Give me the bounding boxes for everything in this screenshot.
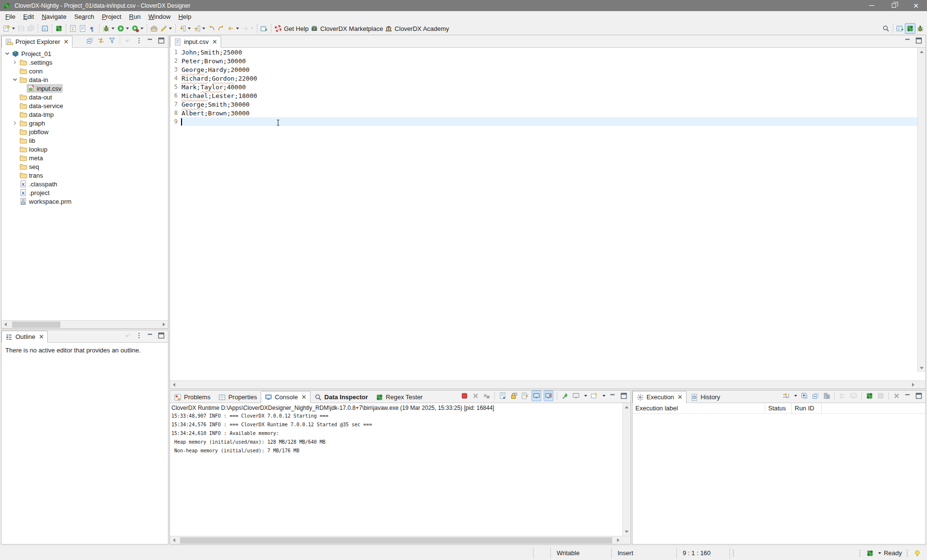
editor-hscrollbar[interactable]: [170, 380, 926, 389]
maximize-view-button[interactable]: [157, 35, 166, 46]
tree-item-meta[interactable]: meta: [1, 154, 168, 162]
menu-run[interactable]: Run: [125, 12, 144, 22]
window-restore-button[interactable]: [883, 0, 905, 11]
link-with-editor-doc-button[interactable]: [68, 23, 78, 34]
server-status-dropdown[interactable]: [878, 552, 881, 554]
tab-execution[interactable]: Execution✕: [632, 391, 687, 403]
show-stdout-button[interactable]: [532, 391, 541, 401]
close-icon[interactable]: ✕: [212, 39, 217, 45]
open-clipboard-button[interactable]: [149, 23, 159, 34]
get-help-button[interactable]: Get Help: [273, 23, 309, 34]
tree-item-seq[interactable]: seq: [1, 162, 168, 171]
window-minimize-button[interactable]: [860, 0, 883, 11]
word-wrap-button[interactable]: [520, 391, 529, 401]
show-stderr-button[interactable]: [544, 391, 553, 401]
maximize-view-button[interactable]: [157, 330, 166, 341]
editor-line[interactable]: 8Albert;Brown;30000: [170, 109, 926, 117]
tree-item-lib[interactable]: lib: [1, 136, 168, 145]
tab-project-explorer[interactable]: Project Explorer✕: [1, 36, 72, 48]
show-whitespace-button[interactable]: ¶: [87, 23, 97, 34]
maximize-view-button[interactable]: [619, 391, 628, 401]
open-graph-button[interactable]: [865, 391, 874, 401]
tab-problems[interactable]: Problems: [170, 391, 214, 403]
scroll-down-icon[interactable]: [623, 528, 631, 536]
close-icon[interactable]: ✕: [301, 394, 307, 400]
cloverdx-academy-button[interactable]: CloverDX Academy: [384, 23, 450, 34]
chevron-down-icon[interactable]: [11, 76, 19, 84]
maximize-view-button[interactable]: [914, 391, 923, 401]
tree-item-project-01[interactable]: Project_01: [1, 49, 168, 58]
window-close-button[interactable]: ✕: [905, 0, 927, 11]
editor-vscrollbar[interactable]: [917, 48, 926, 372]
run-profile-button[interactable]: [130, 23, 145, 34]
scroll-up-icon[interactable]: [623, 403, 631, 411]
expand-all-button[interactable]: [800, 391, 809, 401]
minimize-view-button[interactable]: [903, 391, 912, 401]
editor-line[interactable]: 4Richard;Gordon;22000: [170, 74, 926, 83]
tab-regex-tester[interactable]: Regex Tester: [372, 391, 426, 403]
chevron-down-icon[interactable]: [3, 50, 11, 57]
tab-data-inspector[interactable]: Data Inspector: [310, 391, 372, 403]
tree-item-workspace-prm[interactable]: workspace.prm: [1, 197, 168, 206]
collapse-all-button[interactable]: [85, 35, 94, 46]
project-explorer-hscrollbar[interactable]: [1, 320, 168, 328]
maximize-view-button[interactable]: [914, 35, 923, 46]
menu-help[interactable]: Help: [174, 12, 195, 22]
open-console-button[interactable]: [590, 391, 599, 401]
tree-item--project[interactable]: X.project: [1, 188, 168, 197]
tab-properties[interactable]: Properties: [214, 391, 261, 403]
cloverdx-marketplace-button[interactable]: CloverDX Marketplace: [309, 23, 384, 34]
minimize-view-button[interactable]: [903, 35, 912, 46]
tree-item-data-out[interactable]: data-out: [1, 93, 168, 101]
cloverdx-perspective-button[interactable]: [905, 23, 915, 34]
column-header-execution-label[interactable]: Execution label: [632, 403, 765, 413]
column-header-run-id[interactable]: Run ID: [792, 403, 822, 413]
tree-item-jobflow[interactable]: jobflow: [1, 127, 168, 136]
forward-history-button[interactable]: [216, 23, 226, 34]
editor-line[interactable]: 2Peter;Brown;30000: [170, 56, 926, 65]
terminate-button[interactable]: [460, 391, 469, 401]
menu-file[interactable]: File: [1, 12, 19, 22]
scroll-up-icon[interactable]: [918, 48, 926, 56]
show-tree-button[interactable]: [822, 391, 831, 401]
run-button[interactable]: [116, 23, 130, 34]
filter-executions-button[interactable]: [782, 391, 790, 401]
console-hscrollbar[interactable]: [170, 536, 631, 544]
console-vscrollbar[interactable]: [622, 403, 631, 536]
chevron-right-icon[interactable]: [11, 58, 19, 66]
filter-button[interactable]: [108, 35, 116, 46]
tree-item--classpath[interactable]: X.classpath: [1, 180, 168, 188]
debug-perspective-button[interactable]: [915, 23, 925, 34]
last-edit-location-button[interactable]: [178, 23, 192, 34]
tree-item-lookup[interactable]: lookup: [1, 145, 168, 154]
close-icon[interactable]: ✕: [677, 394, 683, 400]
tree-item--settings[interactable]: .settings: [1, 58, 168, 67]
execution-table-body[interactable]: [632, 414, 926, 544]
kebab-menu-button[interactable]: [135, 35, 143, 46]
next-edit-location-button[interactable]: [192, 23, 207, 34]
back-history-button[interactable]: [207, 23, 216, 34]
editor-line[interactable]: 7George;Smith;30000: [170, 100, 926, 109]
scroll-right-icon[interactable]: [909, 381, 917, 389]
menu-search[interactable]: Search: [70, 12, 98, 22]
kebab-menu-button[interactable]: [135, 330, 143, 341]
column-header-status[interactable]: Status: [765, 403, 792, 413]
back-button[interactable]: [226, 23, 240, 34]
new-graph-button[interactable]: [259, 23, 269, 34]
tab-history[interactable]: History: [687, 391, 724, 403]
tab-console[interactable]: Console✕: [261, 391, 310, 403]
display-selected-console-button[interactable]: [572, 391, 580, 401]
text-editor[interactable]: 1John;Smith;250002Peter;Brown;300003Geor…: [170, 48, 926, 380]
scroll-left-icon[interactable]: [170, 381, 178, 389]
editor-line[interactable]: 3George;Hardy;20000: [170, 65, 926, 74]
minimize-view-button[interactable]: [608, 391, 617, 401]
editor-line[interactable]: 1John;Smith;25000: [170, 48, 926, 56]
tab-outline[interactable]: Outline✕: [1, 331, 48, 343]
clear-console-button[interactable]: [498, 391, 507, 401]
collapse-all-button[interactable]: [811, 391, 820, 401]
editor-line[interactable]: 6Michael;Lester;18000: [170, 91, 926, 100]
scroll-left-icon[interactable]: [1, 321, 10, 328]
menu-edit[interactable]: Edit: [19, 12, 38, 22]
menu-navigate[interactable]: Navigate: [38, 12, 70, 22]
clover-project-button[interactable]: [54, 23, 64, 34]
